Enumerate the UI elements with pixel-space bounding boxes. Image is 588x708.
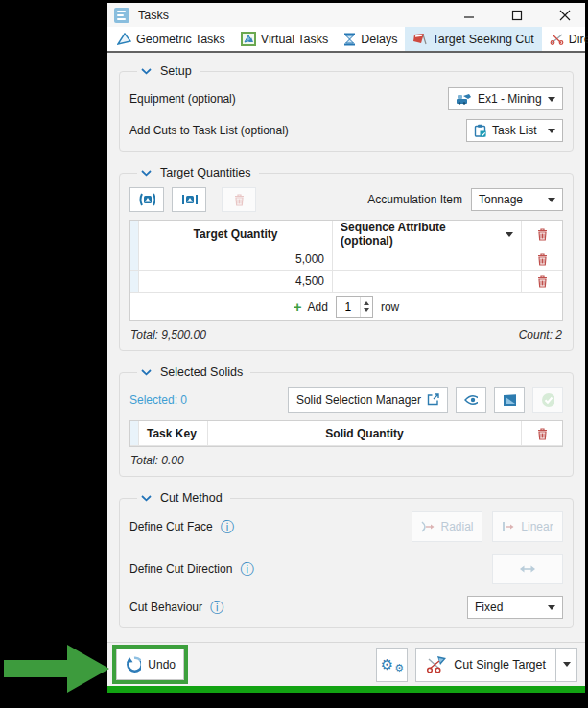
accumulation-item-select[interactable]: Tonnage xyxy=(471,188,563,211)
cut-behaviour-select[interactable]: Fixed xyxy=(467,596,563,619)
tab-direct-cut[interactable]: Direct Cut xyxy=(542,27,588,51)
chevron-down-icon[interactable] xyxy=(141,369,152,376)
close-icon[interactable] xyxy=(558,9,572,22)
sequence-attribute-cell[interactable] xyxy=(333,271,522,293)
tab-label: Geometric Tasks xyxy=(136,33,225,46)
maximize-icon[interactable] xyxy=(510,9,524,22)
cut-method-group: Cut Method Define Cut Face ⓘ Radial xyxy=(119,491,574,628)
chevron-down-icon xyxy=(548,97,555,102)
chevron-down-icon xyxy=(548,605,555,610)
tab-virtual-tasks[interactable]: Virtual Tasks xyxy=(233,27,336,51)
cut-behaviour-label: Cut Behaviour xyxy=(129,601,202,614)
cut-single-target-label: Cut Single Target xyxy=(454,658,546,672)
footer-bar: Undo ⚙ ⚙ Cut Single Target xyxy=(107,642,585,686)
target-quantities-count: Count: 2 xyxy=(519,328,562,342)
chevron-down-icon xyxy=(548,198,555,202)
target-quantities-title: Target Quantities xyxy=(160,166,251,179)
delete-column-header[interactable] xyxy=(522,421,562,446)
add-row-bar: + Add row xyxy=(130,293,562,320)
chevron-down-icon[interactable] xyxy=(141,495,152,502)
solid-quantity-column-header[interactable]: Solid Quantity xyxy=(208,421,522,446)
add-row-count-input[interactable] xyxy=(337,297,360,317)
target-quantities-group: Target Quantities xyxy=(119,166,574,351)
chevron-down-icon[interactable] xyxy=(141,170,152,177)
tab-target-seeking-cut[interactable]: Target Seeking Cut xyxy=(405,27,541,51)
tab-label: Delays xyxy=(361,33,397,46)
add-visible-solids-button[interactable] xyxy=(172,187,206,212)
target-quantity-cell[interactable]: 4,500 xyxy=(139,271,333,293)
info-icon[interactable]: ⓘ xyxy=(210,601,223,614)
delete-row-button[interactable] xyxy=(522,271,562,293)
delete-column-header[interactable] xyxy=(522,221,562,248)
task-list-value: Task List xyxy=(492,124,537,137)
excavator-icon xyxy=(456,93,472,105)
tab-label: Virtual Tasks xyxy=(261,33,328,46)
tab-delays[interactable]: Delays xyxy=(336,27,405,51)
tab-bar: Geometric Tasks Virtual Tasks Delays xyxy=(107,27,585,53)
cut-single-target-button[interactable]: Cut Single Target xyxy=(415,648,556,682)
selected-solids-table: Task Key Solid Quantity xyxy=(129,420,563,447)
content-area: Setup Equipment (optional) Ex1 - Mining … xyxy=(107,53,585,642)
check-circle-icon xyxy=(541,392,554,408)
target-seeking-cut-icon xyxy=(412,33,427,45)
tab-label: Direct Cut xyxy=(569,33,588,46)
chevron-down-icon[interactable] xyxy=(506,232,513,237)
confirm-selection-button xyxy=(532,387,563,413)
add-row-unit-label: row xyxy=(381,300,399,314)
selected-solids-total: Total: 0.00 xyxy=(130,454,184,467)
scissors-cut-icon xyxy=(426,655,447,673)
show-solids-button[interactable] xyxy=(456,387,486,413)
delete-row-button[interactable] xyxy=(522,248,562,271)
chevron-down-icon[interactable] xyxy=(141,68,152,75)
undo-button[interactable]: Undo xyxy=(116,649,184,680)
info-icon[interactable]: ⓘ xyxy=(221,520,234,533)
trash-icon xyxy=(536,252,549,266)
settings-button[interactable]: ⚙ ⚙ xyxy=(376,648,408,682)
minimize-icon[interactable] xyxy=(462,9,476,22)
target-quantity-column-header[interactable]: Target Quantity xyxy=(139,221,333,248)
sequence-attribute-cell[interactable] xyxy=(333,248,522,271)
selected-count-label: Selected: 0 xyxy=(129,393,187,407)
target-quantities-table: Target Quantity Sequence Attribute (opti… xyxy=(129,220,563,321)
trash-icon xyxy=(233,193,246,206)
undo-highlight-box: Undo xyxy=(112,645,188,684)
selected-solids-title: Selected Solids xyxy=(160,366,243,379)
add-row-button[interactable]: Add xyxy=(308,300,328,314)
solid-view-button[interactable] xyxy=(494,387,525,413)
trash-icon xyxy=(536,227,549,241)
tab-geometric-tasks[interactable]: Geometric Tasks xyxy=(109,27,233,51)
green-callout-arrow xyxy=(4,643,111,695)
row-selector[interactable] xyxy=(130,271,139,293)
row-selector-header xyxy=(130,221,139,248)
target-quantities-total: Total: 9,500.00 xyxy=(130,328,206,342)
add-cuts-label: Add Cuts to Task List (optional) xyxy=(129,124,289,137)
cut-direction-button xyxy=(492,554,563,584)
eye-icon xyxy=(464,394,478,406)
linear-label: Linear xyxy=(521,520,553,533)
solid-selection-manager-label: Solid Selection Manager xyxy=(296,393,421,407)
task-list-select[interactable]: Task List xyxy=(466,119,563,142)
cut-options-dropdown[interactable] xyxy=(556,648,577,682)
info-icon[interactable]: ⓘ xyxy=(240,562,253,576)
spin-up-icon[interactable] xyxy=(364,301,369,305)
gear-icon: ⚙ xyxy=(394,663,404,673)
chevron-down-icon xyxy=(563,662,571,667)
external-link-icon xyxy=(427,393,439,406)
green-underline-bar xyxy=(107,686,585,693)
equipment-select[interactable]: Ex1 - Mining xyxy=(448,87,563,110)
target-quantity-cell[interactable]: 5,000 xyxy=(139,248,333,271)
define-cut-face-label: Define Cut Face xyxy=(129,520,213,533)
accumulation-item-value: Tonnage xyxy=(479,193,523,206)
add-solid-selection-button[interactable] xyxy=(129,187,164,212)
solid-selection-manager-button[interactable]: Solid Selection Manager xyxy=(288,387,448,413)
title-bar: Tasks xyxy=(107,3,585,27)
undo-label: Undo xyxy=(148,658,176,672)
task-key-column-header[interactable]: Task Key xyxy=(139,421,208,446)
spin-down-icon[interactable] xyxy=(364,308,369,312)
trash-icon xyxy=(536,274,549,288)
add-row-count-stepper[interactable] xyxy=(336,296,373,318)
sequence-attribute-column-header[interactable]: Sequence Attribute (optional) xyxy=(333,221,522,248)
equipment-label: Equipment (optional) xyxy=(129,92,236,106)
row-selector[interactable] xyxy=(130,248,139,271)
cut-single-target-split-button: Cut Single Target xyxy=(415,648,577,682)
